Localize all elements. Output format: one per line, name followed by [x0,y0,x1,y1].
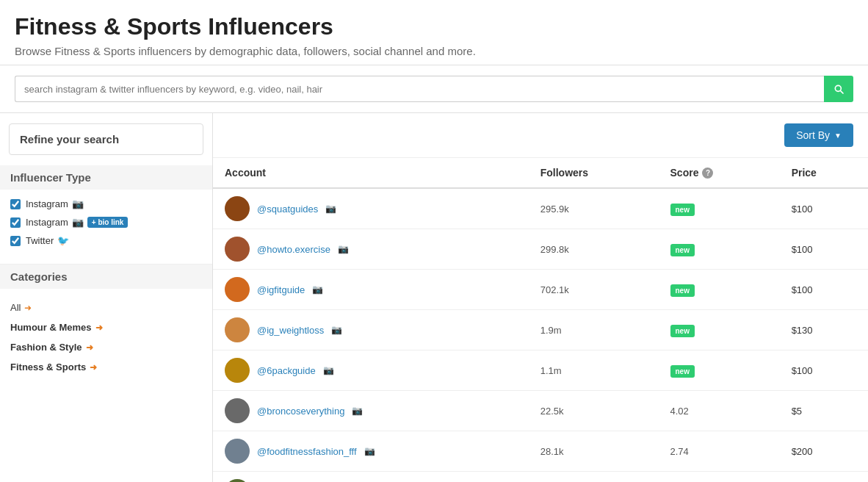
avatar [225,358,250,383]
search-input[interactable] [15,76,824,102]
search-bar-area [0,65,868,113]
account-cell-4: @6packguide 📷 [213,350,529,391]
category-all[interactable]: All ➜ [10,298,202,317]
twitter-icon: 🐦 [57,235,69,246]
price-cell-4: $100 [780,350,868,391]
page-title: Fitness & Sports Influencers [15,13,853,40]
filter-instagram-text: Instagram [26,198,68,209]
table-row: @6packguide 📷 1.1mnew$100 [213,350,868,391]
avatar [225,237,250,262]
score-help-icon[interactable]: ? [702,168,713,179]
account-cell-3: @ig_weightloss 📷 [213,310,529,350]
avatar [225,277,250,302]
account-link[interactable]: @squatguides [257,204,318,215]
price-cell-3: $130 [780,310,868,350]
score-cell-0: new [659,188,780,229]
filter-instagram-bio-text: Instagram [26,217,68,228]
account-link[interactable]: @6packguide [257,365,316,376]
col-followers: Followers [529,158,659,188]
filter-twitter-label: Twitter 🐦 [26,235,69,246]
filter-instagram-bio-label: Instagram 📷 + bio link [26,217,128,228]
filter-instagram-bio: Instagram 📷 + bio link [10,217,202,228]
col-price: Price [780,158,868,188]
col-account: Account [213,158,529,188]
followers-cell-2: 702.1k [529,270,659,310]
account-insta-icon: 📷 [325,204,336,214]
fitness-arrow-icon: ➜ [90,362,97,373]
followers-cell-7: 387k [529,472,659,483]
table-row: @foodfitnessfashion_fff 📷 28.1k2.74$200 [213,431,868,472]
category-fashion-label: Fashion & Style [10,342,82,353]
filter-twitter: Twitter 🐦 [10,235,202,246]
account-insta-icon: 📷 [312,284,323,295]
table-row: @broncoseverything 📷 22.5k4.02$5 [213,391,868,431]
price-cell-7: $16 [780,472,868,483]
avatar [225,196,250,221]
instagram-icon: 📷 [72,198,84,209]
category-all-label: All [10,302,21,313]
bio-link-badge: + bio link [87,217,129,228]
category-fitness-label: Fitness & Sports [10,362,86,373]
filter-twitter-text: Twitter [26,235,54,246]
account-insta-icon: 📷 [338,244,349,254]
col-score: Score ? [659,158,780,188]
sort-bar: Sort By ▼ [213,113,868,158]
refine-box: Refine your search [9,123,203,155]
categories-title: Categories [0,265,212,289]
score-cell-3: new [659,310,780,350]
filter-twitter-checkbox[interactable] [10,236,21,246]
filter-instagram-checkbox[interactable] [10,199,21,209]
price-cell-5: $5 [780,391,868,431]
influencer-type-title: Influencer Type [0,165,212,190]
account-insta-icon: 📷 [364,446,375,456]
search-button[interactable] [824,76,853,102]
price-cell-0: $100 [780,188,868,229]
account-link[interactable]: @broncoseverything [257,406,344,417]
avatar [225,439,250,464]
table-row: @igfitguide 📷 702.1knew$100 [213,270,868,310]
instagram-bio-icon: 📷 [72,217,84,228]
filter-instagram-bio-checkbox[interactable] [10,217,21,228]
score-cell-7: 1.51 [659,472,780,483]
table-row: @squatguides 📷 295.9knew$100 [213,188,868,229]
sidebar: Refine your search Influencer Type Insta… [0,113,213,482]
avatar [225,479,250,482]
table-row: @ig_weightloss 📷 1.9mnew$130 [213,310,868,350]
account-cell-1: @howto.exercise 📷 [213,229,529,270]
account-cell-5: @broncoseverything 📷 [213,391,529,431]
account-link[interactable]: @igfitguide [257,284,305,295]
search-icon [833,83,845,95]
col-score-label: Score [670,167,699,179]
page-subtitle: Browse Fitness & Sports influencers by d… [15,45,853,57]
account-link[interactable]: @foodfitnessfashion_fff [257,446,357,457]
score-cell-1: new [659,229,780,270]
main-content: Sort By ▼ Account Followers Score ? Pric… [213,113,868,482]
score-cell-5: 4.02 [659,391,780,431]
main-layout: Refine your search Influencer Type Insta… [0,113,868,482]
category-fitness[interactable]: Fitness & Sports ➜ [10,357,202,377]
category-fashion[interactable]: Fashion & Style ➜ [10,337,202,357]
score-cell-6: 2.74 [659,431,780,472]
category-humour-label: Humour & Memes [10,322,92,333]
table-row: @howto.exercise 📷 299.8knew$100 [213,229,868,270]
account-cell-2: @igfitguide 📷 [213,270,529,310]
account-link[interactable]: @ig_weightloss [257,325,324,336]
influencers-table: Account Followers Score ? Price @squatgu… [213,158,868,482]
filter-instagram: Instagram 📷 [10,198,202,209]
account-link[interactable]: @howto.exercise [257,244,330,255]
table-row: @creazygym 📷 387k1.51$16 [213,472,868,483]
category-humour[interactable]: Humour & Memes ➜ [10,317,202,337]
all-arrow-icon: ➜ [24,303,32,313]
followers-cell-3: 1.9m [529,310,659,350]
new-badge: new [670,325,695,337]
refine-title: Refine your search [20,133,119,145]
account-insta-icon: 📷 [323,365,334,375]
fashion-arrow-icon: ➜ [86,342,93,353]
sort-caret-icon: ▼ [834,132,842,140]
followers-cell-1: 299.8k [529,229,659,270]
new-badge: new [670,365,695,378]
price-cell-6: $200 [780,431,868,472]
sort-by-button[interactable]: Sort By ▼ [784,123,853,147]
influencer-type-section: Influencer Type Instagram 📷 Instagram 📷 … [0,165,212,265]
followers-cell-0: 295.9k [529,188,659,229]
